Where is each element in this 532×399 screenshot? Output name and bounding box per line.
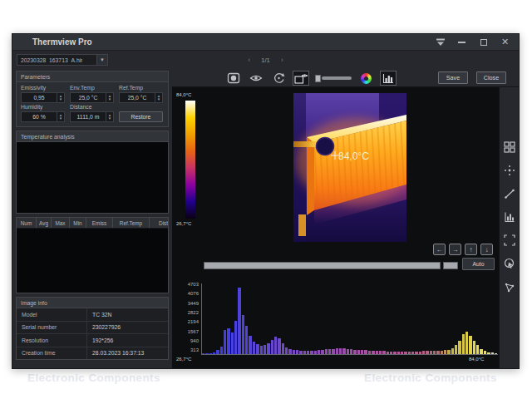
histogram-bar <box>466 332 468 354</box>
left-panel: Parameters Emissivity Env.Temp Ref.Temp … <box>12 69 172 368</box>
pan-up-button[interactable]: ↑ <box>465 244 477 255</box>
image-info-title: Image info <box>17 298 168 308</box>
histogram-bar <box>455 345 457 354</box>
histogram-y-tick: 1567 <box>174 329 199 334</box>
line-tool-icon[interactable] <box>503 187 516 200</box>
histogram-tool-icon[interactable] <box>503 210 516 223</box>
emissivity-spinner[interactable]: 0,95 ▲▼ <box>21 92 65 103</box>
histogram-bar <box>487 352 490 354</box>
histogram-bar <box>476 345 479 354</box>
histogram-bar <box>238 288 240 354</box>
spinner-arrows-icon[interactable]: ▲▼ <box>155 93 162 102</box>
table-column-reftemp[interactable]: Ref.Temp <box>113 218 150 228</box>
palette-color-wheel-button[interactable] <box>357 71 374 86</box>
selected-file-name: 20230328_163713_A.hir <box>17 57 82 63</box>
ellipse-tool-icon[interactable] <box>503 257 516 269</box>
histogram-bar <box>249 336 251 354</box>
rectangle-tool-icon[interactable] <box>503 234 516 246</box>
prev-image-button[interactable]: ‹ <box>248 56 250 64</box>
histogram-y-tick: 4076 <box>174 291 199 296</box>
watermark-right: Electronic Components <box>364 372 497 384</box>
spinner-arrows-icon[interactable]: ▲▼ <box>106 93 113 102</box>
spinner-arrows-icon[interactable]: ▲▼ <box>57 93 64 102</box>
pan-down-button[interactable]: ↓ <box>480 244 493 255</box>
histogram-bar <box>426 351 428 354</box>
analysis-table: NumAvgMaxMinEmissRef.TempDistanceHumidit… <box>16 217 169 293</box>
histogram-bar <box>387 352 389 354</box>
temperature-histogram: 470340763449282221941567940313 26,7°C 84… <box>172 278 499 362</box>
file-select-dropdown[interactable]: 20230328_163713_A.hir ▼ <box>17 54 108 66</box>
histogram-bar <box>364 350 367 354</box>
visibility-eye-button[interactable] <box>248 71 264 86</box>
histogram-bar <box>350 349 352 354</box>
histogram-bar <box>444 350 446 354</box>
histogram-bar <box>357 350 360 354</box>
temperature-range-slider[interactable] <box>204 262 458 269</box>
spinner-arrows-icon[interactable]: ▲▼ <box>57 112 64 121</box>
polygon-tool-icon[interactable] <box>503 280 516 293</box>
table-column-num[interactable]: Num <box>17 218 37 228</box>
histogram-y-tick: 2822 <box>174 310 199 315</box>
distance-label: Distance <box>70 104 114 110</box>
pan-right-button[interactable]: → <box>449 244 461 255</box>
close-window-button[interactable]: ✕ <box>500 37 510 47</box>
temperature-analysis-group: Temperature analysis <box>16 131 169 214</box>
ref-temp-spinner[interactable]: 25,0 °C ▲▼ <box>119 92 163 103</box>
distance-spinner[interactable]: 1111,0 m ▲▼ <box>70 111 114 122</box>
radiator-valve <box>317 138 334 155</box>
title-bar: Thermview Pro ✕ <box>12 34 519 51</box>
window-menu-icon[interactable] <box>435 37 446 47</box>
emissivity-label: Emissivity <box>21 85 65 91</box>
auto-scale-button[interactable]: Auto <box>462 258 495 270</box>
next-image-button[interactable]: › <box>281 56 283 64</box>
pan-left-button[interactable]: ← <box>433 244 446 255</box>
spot-tool-icon[interactable] <box>503 164 516 176</box>
analysis-table-header: NumAvgMaxMinEmissRef.TempDistanceHumidit… <box>17 218 168 229</box>
range-slider-handle[interactable] <box>443 262 458 269</box>
close-button[interactable]: Close <box>476 71 506 84</box>
histogram-toggle-button[interactable] <box>380 71 397 86</box>
maximize-button[interactable] <box>478 37 489 47</box>
histogram-bar <box>376 351 378 354</box>
histogram-plot <box>201 283 498 355</box>
spinner-arrows-icon[interactable]: ▲▼ <box>106 112 113 121</box>
histogram-bar <box>325 349 328 354</box>
spot-temperature-label: 84,0°C <box>338 150 369 162</box>
slider-track[interactable] <box>322 76 352 80</box>
histogram-bar <box>469 336 471 354</box>
table-column-distance[interactable]: Distance <box>150 218 169 228</box>
table-column-avg[interactable]: Avg <box>37 218 52 228</box>
select-region-button[interactable] <box>225 71 242 86</box>
range-slider-track[interactable] <box>204 262 441 269</box>
table-column-min[interactable]: Min <box>70 218 86 228</box>
histogram-bar <box>436 351 439 354</box>
grid-tool-icon[interactable] <box>503 140 516 153</box>
minimize-button[interactable] <box>456 37 467 47</box>
slider-thumb[interactable] <box>315 75 321 82</box>
temperature-analysis-title: Temperature analysis <box>17 131 168 142</box>
thermal-color-scale <box>185 101 195 219</box>
dropdown-arrow-icon[interactable]: ▼ <box>96 55 107 65</box>
histogram-bar <box>447 350 450 355</box>
table-column-emiss[interactable]: Emiss <box>86 218 113 228</box>
thermal-image[interactable]: 84,0°C <box>293 93 406 242</box>
blend-slider[interactable] <box>315 71 352 86</box>
histogram-bar <box>372 351 374 354</box>
restore-button[interactable]: Restore <box>119 111 163 122</box>
humidity-spinner[interactable]: 60 % ▲▼ <box>21 111 65 122</box>
picture-in-picture-button[interactable] <box>293 71 309 86</box>
parameters-group: Parameters Emissivity Env.Temp Ref.Temp … <box>16 71 169 127</box>
histogram-bar <box>220 347 223 354</box>
histogram-bar <box>495 353 497 354</box>
histogram-bar <box>274 337 277 354</box>
window-controls: ✕ <box>435 37 510 47</box>
rotate-button[interactable] <box>270 71 287 86</box>
save-button[interactable]: Save <box>438 71 468 84</box>
histogram-bar <box>353 350 356 354</box>
histogram-y-tick: 3449 <box>174 301 199 306</box>
table-column-max[interactable]: Max <box>52 218 70 228</box>
histogram-bar <box>336 348 338 354</box>
env-temp-spinner[interactable]: 25,0 °C ▲▼ <box>70 92 114 103</box>
color-wheel-icon <box>361 73 372 84</box>
env-temp-label: Env.Temp <box>70 85 114 91</box>
